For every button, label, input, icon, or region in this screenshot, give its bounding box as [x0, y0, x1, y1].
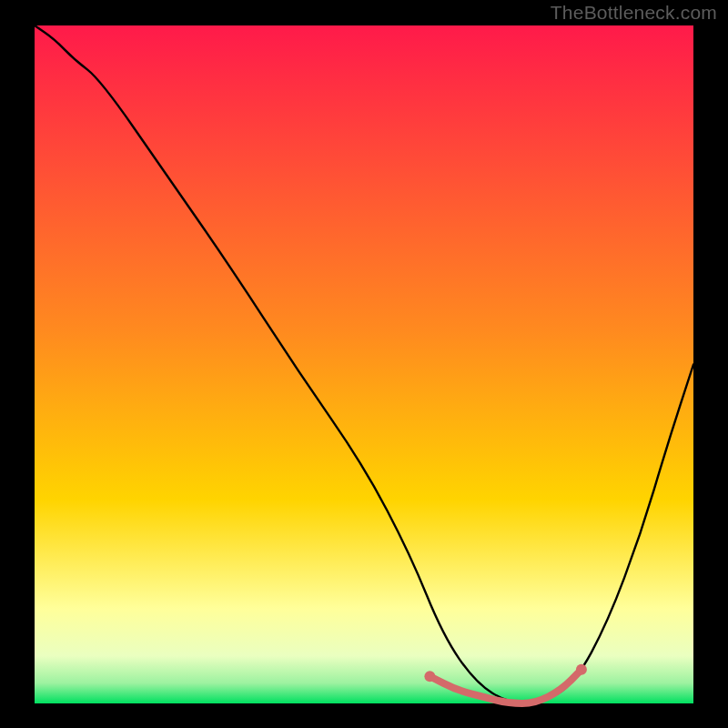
- bottom-border: [0, 703, 728, 728]
- optimal-end-marker: [576, 664, 587, 675]
- chart-stage: TheBottleneck.com: [0, 0, 728, 728]
- right-border: [693, 0, 728, 728]
- left-border: [0, 0, 35, 728]
- chart-svg: [0, 0, 728, 728]
- watermark-text: TheBottleneck.com: [551, 2, 717, 24]
- optimal-start-marker: [424, 671, 435, 682]
